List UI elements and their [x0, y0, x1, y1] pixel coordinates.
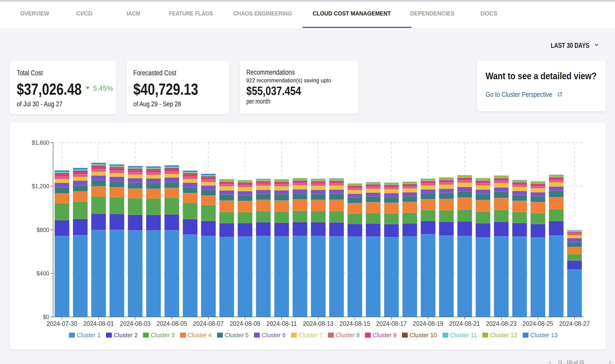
svg-text:2024-08-05: 2024-08-05 — [156, 320, 187, 327]
svg-text:2024-08-03: 2024-08-03 — [120, 320, 151, 327]
svg-text:$800: $800 — [37, 227, 49, 233]
svg-text:2024-08-19: 2024-08-19 — [413, 320, 443, 327]
svg-text:2024-08-13: 2024-08-13 — [303, 320, 334, 327]
svg-text:2024-08-17: 2024-08-17 — [376, 320, 407, 327]
svg-text:2024-08-01: 2024-08-01 — [83, 320, 114, 327]
svg-text:2024-08-07: 2024-08-07 — [193, 320, 224, 327]
svg-text:$0: $0 — [43, 314, 49, 320]
svg-text:2024-08-25: 2024-08-25 — [523, 320, 553, 327]
svg-text:$400: $400 — [37, 270, 49, 277]
svg-text:2024-08-23: 2024-08-23 — [486, 320, 517, 327]
svg-text:2024-08-11: 2024-08-11 — [266, 320, 297, 327]
svg-text:$1,200: $1,200 — [32, 183, 49, 189]
svg-text:2024-08-27: 2024-08-27 — [559, 320, 590, 327]
svg-text:$1,600: $1,600 — [32, 139, 49, 146]
svg-text:2024-08-15: 2024-08-15 — [339, 320, 370, 327]
svg-text:2024-08-21: 2024-08-21 — [449, 320, 480, 327]
svg-text:2024-07-30: 2024-07-30 — [47, 320, 77, 327]
svg-text:2024-08-09: 2024-08-09 — [230, 320, 260, 327]
